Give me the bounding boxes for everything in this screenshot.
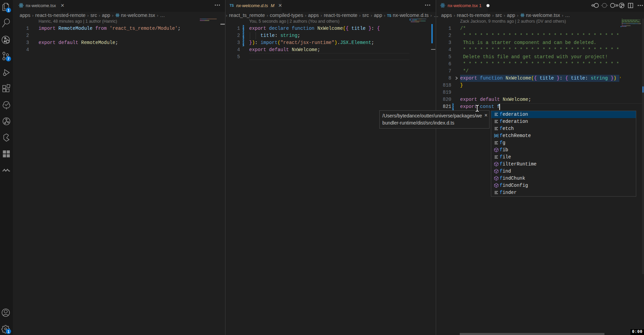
- svg-text:1: 1: [7, 8, 9, 12]
- svg-text:7: 7: [7, 57, 9, 61]
- svg-text:1: 1: [7, 330, 9, 334]
